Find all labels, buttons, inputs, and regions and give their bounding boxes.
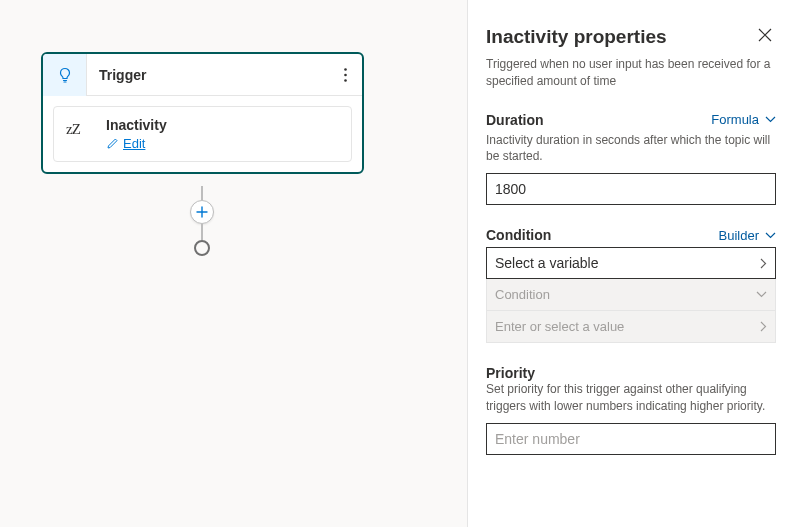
variable-selector[interactable]: Select a variable [486, 247, 776, 279]
duration-description: Inactivity duration in seconds after whi… [486, 132, 776, 166]
condition-operator-placeholder: Condition [495, 287, 550, 302]
trigger-title: Trigger [87, 67, 328, 83]
chevron-down-icon [765, 116, 776, 123]
pencil-icon [106, 137, 119, 150]
canvas-area[interactable]: Trigger zZ Inactivity Edit [0, 0, 468, 527]
condition-section: Condition Builder Select a variable Cond… [486, 227, 776, 343]
lightbulb-icon [43, 54, 87, 96]
panel-title: Inactivity properties [486, 26, 667, 48]
terminator-node [194, 240, 210, 256]
svg-point-0 [344, 68, 347, 71]
properties-panel: Inactivity properties Triggered when no … [468, 0, 794, 527]
close-button[interactable] [754, 26, 776, 44]
svg-point-1 [344, 73, 347, 76]
chevron-right-icon [760, 321, 767, 332]
add-node-button[interactable] [190, 200, 214, 224]
variable-selector-text: Select a variable [495, 255, 599, 271]
condition-mode-selector[interactable]: Builder [719, 228, 776, 243]
condition-operator-selector[interactable]: Condition [487, 279, 775, 310]
chevron-right-icon [760, 258, 767, 269]
chevron-down-icon [756, 291, 767, 298]
condition-value-placeholder: Enter or select a value [495, 319, 624, 334]
chevron-down-icon [765, 232, 776, 239]
action-title: Inactivity [106, 117, 167, 133]
trigger-node[interactable]: Trigger zZ Inactivity Edit [41, 52, 364, 174]
duration-mode-selector[interactable]: Formula [711, 112, 776, 127]
priority-input[interactable] [486, 423, 776, 455]
node-more-button[interactable] [328, 68, 362, 82]
duration-mode-text: Formula [711, 112, 759, 127]
trigger-node-header: Trigger [43, 54, 362, 96]
priority-description: Set priority for this trigger against ot… [486, 381, 776, 415]
duration-label: Duration [486, 112, 544, 128]
svg-point-2 [344, 79, 347, 82]
duration-input[interactable] [486, 173, 776, 205]
panel-subtitle: Triggered when no user input has been re… [486, 56, 776, 90]
connector-line [201, 186, 203, 200]
priority-section: Priority Set priority for this trigger a… [486, 365, 776, 455]
inactivity-action-card[interactable]: zZ Inactivity Edit [53, 106, 352, 162]
condition-mode-text: Builder [719, 228, 759, 243]
duration-section: Duration Formula Inactivity duration in … [486, 112, 776, 206]
condition-builder-group: Condition Enter or select a value [486, 279, 776, 343]
sleep-icon: zZ [66, 117, 94, 138]
condition-label: Condition [486, 227, 551, 243]
condition-value-selector[interactable]: Enter or select a value [487, 310, 775, 342]
edit-link[interactable]: Edit [123, 136, 145, 151]
priority-label: Priority [486, 365, 776, 381]
trigger-node-body: zZ Inactivity Edit [43, 96, 362, 172]
connector-line-2 [201, 224, 203, 240]
close-icon [758, 28, 772, 42]
